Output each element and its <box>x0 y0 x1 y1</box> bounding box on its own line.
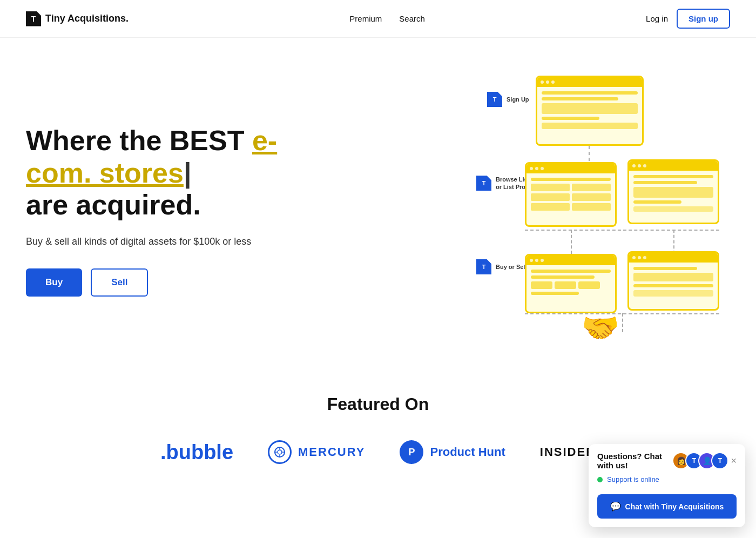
signup-button[interactable]: Sign up <box>677 9 730 29</box>
status-dot <box>597 477 603 482</box>
navbar: T Tiny Acquisitions. Premium Search Log … <box>0 0 756 38</box>
chat-cta-button[interactable]: 💬 Chat with Tiny Acquisitions <box>597 494 737 496</box>
hero-left: Where the BEST e-com. stores| are acquir… <box>26 125 307 297</box>
ph-icon: P <box>400 440 423 464</box>
step1-label: T Sign Up <box>487 92 529 107</box>
mercury-icon <box>268 440 292 464</box>
avatar-t2: T <box>711 452 728 469</box>
browser-bar-mid-left <box>526 164 615 173</box>
nav-premium[interactable]: Premium <box>349 14 382 23</box>
step2-icon: T <box>476 176 491 191</box>
browser-bar-bot-left <box>526 255 615 265</box>
hero-title: Where the BEST e-com. stores| are acquir… <box>26 125 307 221</box>
browser-bar-mid-right <box>629 161 718 171</box>
chat-header: Questions? Chat with us! 👩 T 👤 T × <box>589 444 745 475</box>
logo-icon: T <box>26 11 41 26</box>
hero-section: Where the BEST e-com. stores| are acquir… <box>0 38 756 373</box>
handshake: 🤝 <box>582 310 619 346</box>
bubble-text: .bubble <box>160 441 233 463</box>
insider-logo: INSIDER <box>540 445 596 459</box>
browser-mock-bot-right <box>627 251 719 311</box>
connector-v4 <box>622 313 623 332</box>
bubble-logo: .bubble <box>160 441 233 464</box>
mercury-logo: MERCURY <box>268 440 365 464</box>
browser-mock-top <box>536 76 644 146</box>
sell-button[interactable]: Sell <box>91 268 148 297</box>
featured-title: Featured On <box>26 394 730 414</box>
chat-cta-row: 💬 Chat with Tiny Acquisitions <box>589 489 745 496</box>
nav-search[interactable]: Search <box>399 14 425 23</box>
ph-text: Product Hunt <box>430 445 505 459</box>
logo-text: Tiny Acquisitions. <box>45 13 129 24</box>
chat-header-title: Questions? Chat with us! <box>597 452 672 470</box>
hero-cursor: | <box>184 157 192 189</box>
nav-links: Premium Search <box>349 14 425 23</box>
connector-v3 <box>673 230 674 254</box>
logo[interactable]: T Tiny Acquisitions. <box>26 11 129 26</box>
svg-point-1 <box>278 450 282 454</box>
chat-top-right: 👩 T 👤 T × <box>672 452 737 469</box>
browser-mock-mid-right <box>627 159 719 224</box>
chat-status: Support is online <box>589 475 745 489</box>
producthunt-logo: P Product Hunt <box>400 440 505 464</box>
handshake-icon: 🤝 <box>582 310 619 346</box>
browser-mock-bot-left <box>525 254 617 313</box>
chat-close-button[interactable]: × <box>731 455 737 467</box>
hero-title-prefix: Where the BEST <box>26 125 252 156</box>
chat-avatars: 👩 T 👤 T <box>672 452 728 469</box>
browser-bar-top <box>537 77 642 87</box>
status-text: Support is online <box>607 475 659 483</box>
buy-button[interactable]: Buy <box>26 268 82 297</box>
step1-icon: T <box>487 92 502 107</box>
browser-mock-mid-left <box>525 162 617 227</box>
browser-bar-bot-right <box>629 253 718 263</box>
hero-title-suffix: are acquired. <box>26 189 201 220</box>
connector-h1 <box>525 230 719 231</box>
connector-v2 <box>571 230 572 254</box>
nav-actions: Log in Sign up <box>646 9 730 29</box>
login-button[interactable]: Log in <box>646 14 668 23</box>
hero-buttons: Buy Sell <box>26 268 307 297</box>
mercury-text: MERCURY <box>298 445 365 459</box>
step3-icon: T <box>476 259 491 274</box>
step1-text: Sign Up <box>507 96 529 103</box>
chat-widget: Questions? Chat with us! 👩 T 👤 T × Suppo… <box>589 444 745 496</box>
hero-diagram: T Sign Up T Browse Listingsor List Proje… <box>471 76 730 346</box>
insider-text: INSIDER <box>540 445 596 459</box>
hero-subtitle: Buy & sell all kinds of digital assets f… <box>26 234 307 249</box>
